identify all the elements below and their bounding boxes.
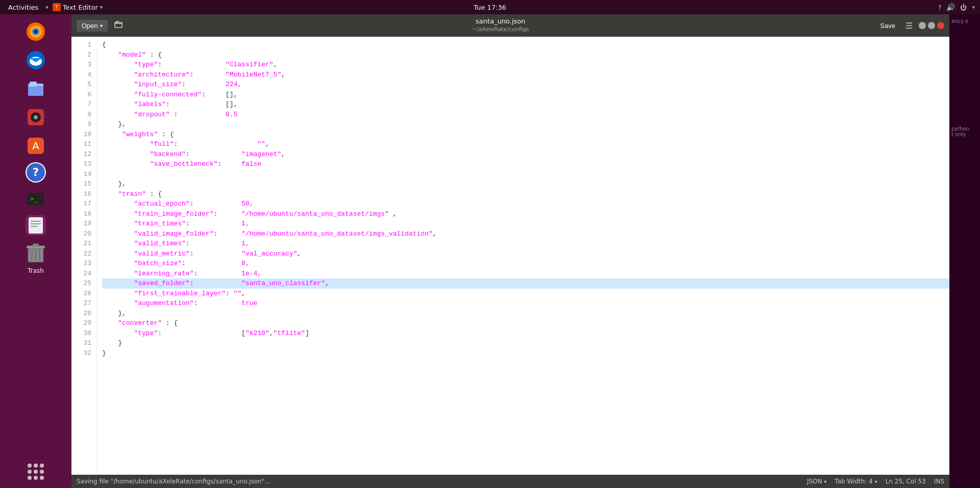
save-button[interactable]: Save (876, 20, 899, 32)
topbar-datetime: Tue 17:36 (474, 4, 506, 11)
tab-width-dropdown-arrow[interactable]: ▾ (875, 479, 877, 484)
svg-rect-8 (28, 86, 43, 96)
svg-line-27 (32, 250, 32, 260)
svg-text:>_: >_ (30, 195, 38, 202)
activities-button[interactable]: Activities (5, 4, 41, 11)
svg-text:A: A (32, 140, 39, 152)
line-number: 26 (71, 289, 96, 299)
code-line: "type": ["k210","tflite"] (102, 328, 949, 339)
line-number: 30 (71, 328, 96, 339)
line-number: 21 (71, 239, 96, 249)
arrow-down-icon[interactable]: ▾ (972, 4, 975, 11)
code-line: "weights" : { (102, 130, 949, 140)
code-line: { (102, 40, 949, 50)
app-icon: T (53, 3, 61, 11)
topbar: Activities ▾ T Text Editor ▾ Tue 17:36 ?… (0, 0, 980, 14)
svg-rect-20 (29, 217, 43, 234)
line-number: 8 (71, 110, 96, 120)
status-message: Saving file "/home/ubuntu/aXeleRate/conf… (77, 478, 271, 485)
menu-button[interactable]: ☰ (903, 19, 915, 33)
line-number: 31 (71, 338, 96, 348)
line-number: 12 (71, 149, 96, 160)
line-number: 9 (71, 119, 96, 130)
sidebar-item-rhythmbox[interactable] (23, 105, 48, 130)
code-line (102, 169, 949, 179)
open-file-button[interactable] (112, 18, 125, 33)
open-button[interactable]: Open ▾ (77, 20, 108, 32)
line-number: 16 (71, 189, 96, 199)
code-line: "train_times": 1, (102, 219, 949, 229)
right-panel-content: ency e python t only (949, 14, 980, 141)
status-right: JSON ▾ Tab Width: 4 ▾ Ln 25, Col 53 INS (807, 478, 944, 485)
code-line: }, (102, 119, 949, 130)
line-number: 6 (71, 90, 96, 100)
code-line: "dropout" : 0.5 (102, 110, 949, 120)
maximize-button[interactable] (928, 22, 935, 29)
code-line: "save_bottleneck": false (102, 159, 949, 169)
speaker-icon: 🔊 (946, 3, 955, 11)
code-line: "actual_epoch": 50, (102, 199, 949, 209)
minimize-button[interactable] (919, 22, 926, 29)
power-icon[interactable]: ⏻ (960, 4, 967, 11)
line-number: 17 (71, 199, 96, 209)
code-line: "learning_rate": 1e-4, (102, 269, 949, 279)
line-number: 18 (71, 209, 96, 219)
svg-rect-26 (33, 244, 39, 246)
right-panel-text1: ency e (951, 18, 978, 24)
sidebar-item-thunderbird[interactable] (23, 48, 48, 72)
code-line: "train" : { (102, 189, 949, 199)
code-line: "labels": [], (102, 99, 949, 110)
help-icon: ? (938, 4, 942, 11)
sidebar-item-help[interactable]: ? (26, 162, 46, 183)
sidebar-item-terminal[interactable]: >_ (23, 187, 48, 211)
tab-width-indicator[interactable]: Tab Width: 4 ▾ (835, 478, 877, 485)
sidebar-item-store[interactable]: A (23, 134, 48, 158)
line-number: 4 (71, 70, 96, 80)
code-line: "train_image_folder": "/home/ubuntu/sant… (102, 209, 949, 219)
open-dropdown-arrow[interactable]: ▾ (100, 23, 103, 29)
code-line: "valid_metric": "val_accuracy", (102, 249, 949, 259)
line-number: 11 (71, 139, 96, 149)
code-line: "saved_folder": "santa_uno_classifer", (102, 278, 949, 289)
show-apps-button[interactable] (26, 461, 46, 482)
app-menu-arrow[interactable]: ▾ (100, 4, 103, 11)
code-line: "type": "Classifier", (102, 60, 949, 70)
code-line: }, (102, 309, 949, 319)
svg-line-29 (39, 250, 40, 260)
insert-mode: INS (934, 478, 944, 485)
sidebar-bottom (26, 461, 46, 482)
sidebar-item-trash[interactable]: Trash (26, 241, 46, 274)
code-line: "backend": "imagenet", (102, 149, 949, 160)
sidebar-item-files[interactable] (23, 76, 48, 101)
system-tray: ? 🔊 ⏻ ▾ (938, 3, 975, 11)
editor-filename: santa_uno.json (129, 17, 872, 26)
code-area[interactable]: 1234567891011121314151617181920212223242… (71, 37, 949, 475)
svg-rect-9 (30, 82, 37, 87)
line-number: 23 (71, 259, 96, 269)
right-panel-text2: python (951, 126, 978, 132)
line-number: 22 (71, 249, 96, 259)
line-number: 5 (71, 80, 96, 90)
app-title: Text Editor (63, 4, 98, 11)
line-number: 2 (71, 50, 96, 60)
language-indicator[interactable]: JSON ▾ (807, 478, 826, 485)
code-line: "valid_times": 1, (102, 239, 949, 249)
close-button[interactable] (937, 22, 944, 29)
language-dropdown-arrow[interactable]: ▾ (824, 479, 826, 484)
right-panel-text3: t only (951, 132, 978, 137)
line-number: 7 (71, 99, 96, 110)
line-number: 20 (71, 229, 96, 239)
svg-text:?: ? (33, 166, 39, 178)
line-number: 29 (71, 318, 96, 328)
sidebar-item-texteditor[interactable] (26, 215, 46, 236)
line-number: 27 (71, 298, 96, 309)
cursor-position: Ln 25, Col 53 (886, 478, 926, 485)
code-line: }, (102, 179, 949, 189)
sidebar-item-firefox[interactable] (23, 19, 48, 44)
code-line: "model" : { (102, 50, 949, 60)
line-number: 32 (71, 348, 96, 358)
trash-label: Trash (28, 267, 44, 274)
status-bar: Saving file "/home/ubuntu/aXeleRate/conf… (71, 475, 949, 488)
code-line: } (102, 338, 949, 348)
code-content[interactable]: { "model" : { "type": "Classifier", "arc… (97, 37, 949, 475)
